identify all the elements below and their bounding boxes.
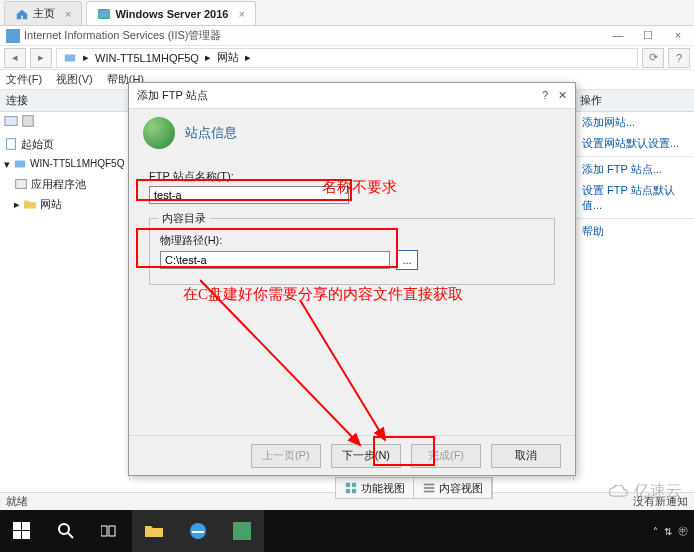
view-switcher: 功能视图 内容视图 (335, 477, 493, 499)
save-icon[interactable] (21, 114, 35, 128)
taskview-icon (101, 524, 119, 538)
page-icon (4, 137, 18, 151)
taskbar-iis[interactable] (220, 510, 264, 552)
refresh-button[interactable]: ⟳ (642, 48, 664, 68)
expand-icon[interactable]: ▾ (4, 155, 10, 173)
finish-button: 完成(F) (411, 444, 481, 468)
globe-icon (143, 117, 175, 149)
content-dir-group: 内容目录 物理路径(H): ... (149, 218, 555, 285)
menu-view[interactable]: 视图(V) (56, 72, 93, 87)
tree-app-pools[interactable]: 应用程序池 (4, 174, 125, 194)
svg-rect-1 (6, 29, 20, 43)
tray-network-icon[interactable]: ⇅ (664, 526, 672, 537)
dialog-heading: 站点信息 (185, 124, 237, 142)
svg-point-21 (59, 524, 69, 534)
breadcrumb[interactable]: ▸ WIN-TT5L1MHQF5Q ▸ 网站 ▸ (56, 48, 638, 68)
prev-button: 上一页(P) (251, 444, 321, 468)
help-button[interactable]: ? (668, 48, 690, 68)
home-icon (15, 7, 29, 21)
tree-start-page[interactable]: 起始页 (4, 134, 125, 154)
taskview-button[interactable] (88, 510, 132, 552)
taskbar-explorer[interactable] (132, 510, 176, 552)
site-name-input[interactable] (149, 186, 349, 204)
maximize-button[interactable]: ☐ (634, 26, 662, 44)
ie-icon (189, 522, 207, 540)
pane-title: 连接 (6, 93, 28, 108)
address-bar: ◂ ▸ ▸ WIN-TT5L1MHQF5Q ▸ 网站 ▸ ⟳ ? (0, 46, 694, 70)
action-site-defaults[interactable]: 设置网站默认设置... (574, 133, 694, 154)
physical-path-input[interactable] (160, 251, 390, 269)
close-button[interactable]: × (664, 26, 692, 44)
next-button[interactable]: 下一步(N) (331, 444, 401, 468)
svg-rect-12 (424, 484, 435, 486)
action-ftp-defaults[interactable]: 设置 FTP 站点默认值... (574, 180, 694, 216)
taskbar-ie[interactable] (176, 510, 220, 552)
svg-rect-7 (16, 180, 27, 189)
svg-rect-11 (352, 489, 356, 493)
dialog-title: 添加 FTP 站点 (137, 88, 208, 103)
svg-rect-17 (13, 522, 21, 530)
svg-rect-6 (15, 161, 26, 168)
connect-icon[interactable] (4, 114, 18, 128)
svg-rect-19 (13, 531, 21, 539)
windows-icon (13, 522, 31, 540)
tree-server[interactable]: ▾WIN-TT5L1MHQF5Q (4, 154, 125, 174)
svg-rect-24 (109, 526, 115, 536)
svg-rect-10 (346, 489, 350, 493)
action-help[interactable]: 帮助 (574, 221, 694, 242)
svg-rect-18 (22, 522, 30, 530)
window-title: Internet Information Services (IIS)管理器 (24, 28, 221, 43)
action-add-ftp[interactable]: 添加 FTP 站点... (574, 159, 694, 180)
browse-button[interactable]: ... (396, 250, 418, 270)
tab-content-view[interactable]: 内容视图 (414, 478, 492, 498)
pane-title: 操作 (580, 93, 602, 108)
server-icon (97, 7, 111, 21)
action-add-website[interactable]: 添加网站... (574, 112, 694, 133)
svg-rect-23 (101, 526, 107, 536)
close-icon[interactable]: × (238, 8, 244, 20)
tray-chevron-icon[interactable]: ˄ (653, 526, 658, 537)
minimize-button[interactable]: — (604, 26, 632, 44)
tab-label: Windows Server 2016 (115, 8, 228, 20)
tray-ime-icon[interactable]: ㊥ (678, 524, 688, 538)
svg-rect-4 (23, 116, 34, 127)
svg-rect-26 (233, 522, 251, 540)
search-button[interactable] (44, 510, 88, 552)
svg-rect-2 (65, 54, 76, 61)
watermark: 亿速云 (608, 481, 682, 502)
svg-rect-9 (352, 483, 356, 487)
iis-icon (6, 29, 20, 43)
menu-file[interactable]: 文件(F) (6, 72, 42, 87)
dialog-close-button[interactable]: ✕ (558, 89, 567, 102)
annotation-text-2: 在C盘建好你需要分享的内容文件直接获取 (183, 285, 463, 304)
nav-back-button[interactable]: ◂ (4, 48, 26, 68)
connections-pane: 连接 起始页 ▾WIN-TT5L1MHQF5Q 应用程序池 ▸网站 (0, 90, 130, 480)
actions-pane: 操作 添加网站... 设置网站默认设置... 添加 FTP 站点... 设置 F… (574, 90, 694, 480)
close-icon[interactable]: × (65, 8, 71, 20)
cloud-icon (608, 485, 630, 499)
svg-rect-5 (7, 139, 16, 150)
server-icon (13, 157, 27, 171)
tab-features-view[interactable]: 功能视图 (336, 478, 414, 498)
add-ftp-site-dialog: 添加 FTP 站点 ? ✕ 站点信息 FTP 站点名称(T): 内容目录 物理路… (128, 82, 576, 476)
svg-rect-20 (22, 531, 30, 539)
svg-rect-3 (5, 117, 17, 126)
nav-fwd-button[interactable]: ▸ (30, 48, 52, 68)
search-icon (57, 522, 75, 540)
iis-titlebar: Internet Information Services (IIS)管理器 —… (0, 26, 694, 46)
expand-icon[interactable]: ▸ (14, 195, 20, 213)
browser-tab-home[interactable]: 主页 × (4, 1, 82, 25)
status-left: 就绪 (6, 494, 28, 509)
content-dir-legend: 内容目录 (158, 211, 210, 226)
path-label: 物理路径(H): (160, 233, 544, 248)
folder-icon (23, 197, 37, 211)
system-tray[interactable]: ˄ ⇅ ㊥ (647, 510, 694, 552)
start-button[interactable] (0, 510, 44, 552)
browser-tab-ws2016[interactable]: Windows Server 2016 × (86, 1, 255, 25)
dialog-help-button[interactable]: ? (542, 89, 548, 102)
svg-rect-13 (424, 487, 435, 489)
cancel-button[interactable]: 取消 (491, 444, 561, 468)
pool-icon (14, 177, 28, 191)
tree-sites[interactable]: ▸网站 (4, 194, 125, 214)
breadcrumb-server: WIN-TT5L1MHQF5Q (95, 52, 199, 64)
